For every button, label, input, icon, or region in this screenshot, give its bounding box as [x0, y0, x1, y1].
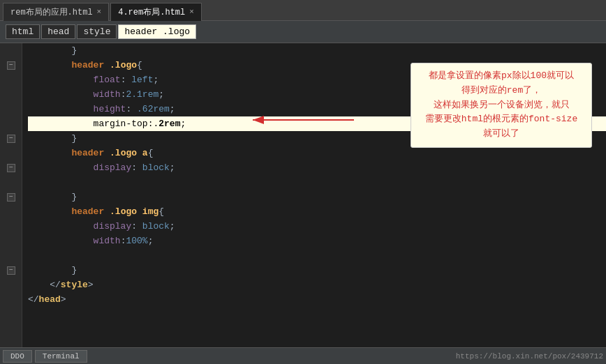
- callout-annotation: 都是拿设置的像素px除以100就可以 得到对应的rem了， 这样如果换另一个设备…: [411, 63, 592, 148]
- code-line: </head>: [28, 292, 606, 307]
- line-gutter: − − − − −: [0, 43, 22, 347]
- taskbar-ddo[interactable]: DDO: [3, 350, 32, 363]
- gutter-line: [0, 307, 22, 321]
- gutter-line: −: [0, 263, 22, 278]
- tab-label: 4.rem布局.html: [118, 6, 185, 18]
- tab-bar: rem布局的应用.html × 4.rem布局.html ×: [0, 0, 606, 21]
- taskbar-terminal[interactable]: Terminal: [35, 350, 87, 363]
- callout-text: 都是拿设置的像素px除以100就可以 得到对应的rem了， 这样如果换另一个设备…: [420, 69, 583, 142]
- gutter-line: [0, 175, 22, 190]
- fold-icon[interactable]: −: [7, 61, 15, 70]
- gutter-line: [0, 219, 22, 234]
- gutter-line: −: [0, 58, 22, 73]
- gutter-line: [0, 292, 22, 307]
- fold-icon[interactable]: −: [7, 266, 15, 275]
- code-line: display : block ;: [28, 219, 606, 234]
- code-line: }: [28, 263, 606, 278]
- code-line: }: [28, 190, 606, 204]
- breadcrumb-html[interactable]: html: [6, 24, 40, 39]
- breadcrumb-header-logo[interactable]: header .logo: [118, 24, 196, 39]
- close-icon[interactable]: ×: [189, 8, 194, 16]
- code-line: }: [28, 43, 606, 58]
- tab-4rem-layout[interactable]: 4.rem布局.html ×: [110, 3, 202, 21]
- code-line: [28, 248, 606, 263]
- breadcrumb-bar: html head style header .logo: [0, 21, 606, 43]
- gutter-line: −: [0, 190, 22, 204]
- code-line: width : 100% ;: [28, 234, 606, 248]
- gutter-line: [0, 321, 22, 336]
- gutter-line: −: [0, 131, 22, 146]
- tab-label: rem布局的应用.html: [10, 6, 93, 18]
- fold-icon[interactable]: −: [7, 193, 15, 202]
- fold-icon[interactable]: −: [7, 135, 15, 143]
- code-line: header .logo img {: [28, 204, 606, 219]
- gutter-line: [0, 116, 22, 131]
- code-line: </style>: [28, 278, 606, 292]
- gutter-line: [0, 87, 22, 102]
- fold-icon[interactable]: −: [7, 164, 15, 172]
- editor-area: − − − − − }: [0, 43, 606, 347]
- gutter-line: [0, 248, 22, 263]
- code-editor[interactable]: } header .logo { float : left ; width : …: [22, 43, 606, 347]
- gutter-line: [0, 204, 22, 219]
- gutter-line: [0, 102, 22, 116]
- breadcrumb-head[interactable]: head: [41, 24, 75, 39]
- status-url: https://blog.xin.net/pox/2439712: [456, 352, 603, 361]
- code-line: display : block ;: [28, 160, 606, 175]
- close-icon[interactable]: ×: [97, 8, 102, 16]
- code-line: header .logo a {: [28, 146, 606, 160]
- gutter-line: [0, 278, 22, 292]
- gutter-line: −: [0, 160, 22, 175]
- gutter-line: [0, 73, 22, 87]
- taskbar: DDO Terminal https://blog.xin.net/pox/24…: [0, 347, 606, 364]
- gutter-line: [0, 234, 22, 248]
- gutter-line: [0, 146, 22, 160]
- code-line: [28, 175, 606, 190]
- tab-rem-layout[interactable]: rem布局的应用.html ×: [3, 3, 109, 21]
- gutter-line: [0, 43, 22, 58]
- breadcrumb-style[interactable]: style: [77, 24, 117, 39]
